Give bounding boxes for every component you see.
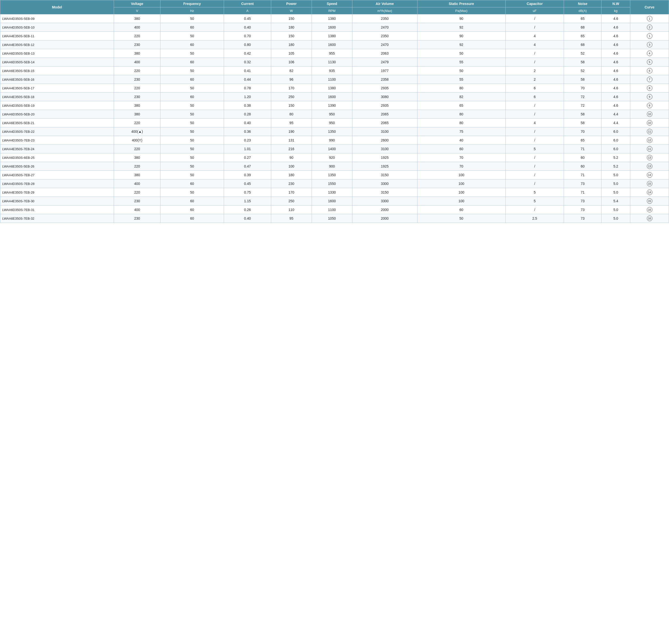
sub-air-volume: m³/h(Max) <box>352 8 417 14</box>
sub-frequency: Hz <box>160 8 224 14</box>
sub-speed: RPM <box>312 8 352 14</box>
curve-value: 8 <box>647 103 652 108</box>
cell-current: 0.47 <box>224 162 271 171</box>
cell-curve: 4 <box>630 49 669 58</box>
cell-noise: 58 <box>564 110 601 119</box>
cell-nw: 4.6 <box>601 84 630 92</box>
cell-frequency: 60 <box>160 58 224 67</box>
table-row: LWAA4E350S-5EB-12230600.8018016002470924… <box>0 41 669 49</box>
cell-voltage: 230 <box>114 41 160 49</box>
cell-power: 190 <box>271 127 312 136</box>
table-row: LWAA6E350S-5EB-26220500.47100900192570/6… <box>0 162 669 171</box>
cell-capacitor: / <box>506 205 564 214</box>
curve-value: 11 <box>647 129 652 134</box>
cell-capacitor: / <box>506 136 564 145</box>
col-model: Model <box>0 0 114 14</box>
cell-speed: 1400 <box>312 145 352 153</box>
cell-nw: 4.6 <box>601 23 630 32</box>
cell-nw: 6.0 <box>601 136 630 145</box>
table-row: LWAA4D350S-5EB-09380500.451501380235090/… <box>0 14 669 23</box>
col-static-pressure: Static Pressure <box>417 0 506 8</box>
cell-static_pressure: 60 <box>417 145 506 153</box>
cell-capacitor: / <box>506 23 564 32</box>
cell-capacitor: / <box>506 14 564 23</box>
cell-power: 150 <box>271 32 312 41</box>
cell-frequency: 60 <box>160 197 224 205</box>
cell-frequency: 50 <box>160 127 224 136</box>
curve-value: 16 <box>647 207 652 213</box>
cell-frequency: 50 <box>160 32 224 41</box>
cell-model: LWAA6E350S-5EB-15 <box>0 67 114 75</box>
cell-static_pressure: 80 <box>417 110 506 119</box>
cell-power: 110 <box>271 205 312 214</box>
col-curve: Curve <box>630 0 669 14</box>
cell-voltage: 230 <box>114 92 160 101</box>
cell-nw: 5.0 <box>601 214 630 223</box>
cell-power: 216 <box>271 145 312 153</box>
cell-static_pressure: 100 <box>417 171 506 179</box>
curve-value: 10 <box>647 112 652 117</box>
cell-nw: 4.6 <box>601 75 630 84</box>
cell-nw: 4.4 <box>601 119 630 127</box>
cell-static_pressure: 100 <box>417 197 506 205</box>
cell-curve: 14 <box>630 188 669 197</box>
cell-air_volume: 2600 <box>352 136 417 145</box>
cell-voltage: 220 <box>114 84 160 92</box>
cell-nw: 4.6 <box>601 32 630 41</box>
cell-power: 180 <box>271 41 312 49</box>
cell-frequency: 50 <box>160 49 224 58</box>
cell-current: 0.40 <box>224 23 271 32</box>
cell-model: LWAA4E350S-5EB-17 <box>0 84 114 92</box>
curve-value: 6 <box>647 68 652 73</box>
cell-voltage: 400(▲) <box>114 127 160 136</box>
cell-air_volume: 2479 <box>352 58 417 67</box>
cell-model: LWAA4D350S-7EB-22 <box>0 127 114 136</box>
cell-model: LWAA6D350S-5EB-13 <box>0 49 114 58</box>
cell-curve: 10 <box>630 119 669 127</box>
cell-frequency: 50 <box>160 162 224 171</box>
col-power: Power <box>271 0 312 8</box>
cell-voltage: 380 <box>114 49 160 58</box>
cell-model: LWAA4D350S-5EB-10 <box>0 23 114 32</box>
cell-model: LWAA6E350S-5EB-26 <box>0 162 114 171</box>
cell-capacitor: / <box>506 171 564 179</box>
cell-frequency: 60 <box>160 41 224 49</box>
curve-value: 3 <box>647 42 652 47</box>
cell-curve: 8 <box>630 84 669 92</box>
cell-noise: 65 <box>564 136 601 145</box>
cell-speed: 1600 <box>312 41 352 49</box>
cell-current: 0.36 <box>224 127 271 136</box>
cell-nw: 5.2 <box>601 162 630 171</box>
cell-frequency: 50 <box>160 101 224 110</box>
table-row: LWAA4D350S-7EB-22400(▲)500.3619013503100… <box>0 127 669 136</box>
cell-nw: 4.6 <box>601 41 630 49</box>
cell-curve: 13 <box>630 162 669 171</box>
cell-curve: 1 <box>630 32 669 41</box>
table-row: LWAA4E350S-7EB-24220501.0121614003100605… <box>0 145 669 153</box>
cell-static_pressure: 90 <box>417 14 506 23</box>
cell-nw: 5.0 <box>601 205 630 214</box>
cell-frequency: 60 <box>160 92 224 101</box>
table-row: LWAA4D350S-7EB-28400600.4523015503300100… <box>0 179 669 188</box>
cell-power: 250 <box>271 197 312 205</box>
cell-static_pressure: 92 <box>417 23 506 32</box>
cell-air_volume: 2350 <box>352 32 417 41</box>
table-row: LWAA6D350S-5EB-13380500.42105955206350/5… <box>0 49 669 58</box>
cell-noise: 65 <box>564 14 601 23</box>
cell-power: 105 <box>271 49 312 58</box>
cell-nw: 5.0 <box>601 188 630 197</box>
curve-value: 2 <box>647 25 652 30</box>
cell-model: LWAA4E350S-7EB-24 <box>0 145 114 153</box>
cell-noise: 65 <box>564 32 601 41</box>
curve-value: 14 <box>647 190 652 195</box>
cell-power: 230 <box>271 179 312 188</box>
sub-voltage: V <box>114 8 160 14</box>
cell-noise: 72 <box>564 101 601 110</box>
cell-air_volume: 3300 <box>352 179 417 188</box>
cell-nw: 6.0 <box>601 145 630 153</box>
cell-noise: 71 <box>564 188 601 197</box>
cell-speed: 1380 <box>312 14 352 23</box>
cell-air_volume: 3150 <box>352 171 417 179</box>
cell-speed: 1130 <box>312 58 352 67</box>
cell-static_pressure: 92 <box>417 41 506 49</box>
